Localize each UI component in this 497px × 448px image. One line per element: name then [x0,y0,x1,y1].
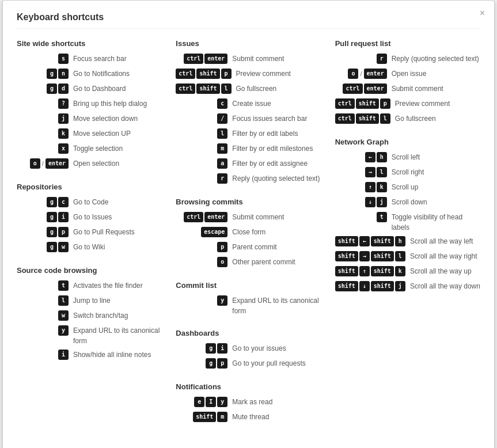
shortcut-keys: p [176,242,227,252]
shortcut-description: Go to Code [73,197,108,207]
keyboard-key: r [377,54,387,64]
keyboard-key: / [217,113,227,124]
shortcut-row: wSwitch branch/tag [17,310,162,322]
keyboard-key: shift [335,236,358,246]
shortcut-row: shift←shifthScroll all the way left [335,236,480,248]
keyboard-key: a [217,158,227,169]
shortcut-description: Go to Notifications [73,69,130,79]
shortcut-keys: l [17,295,69,306]
shortcut-row: o/enterOpen issue [335,69,480,80]
keyboard-key: shift [196,69,219,79]
keyboard-key: p [58,227,69,237]
shortcut-row: tActivates the file finder [17,280,162,292]
keyboard-key: shift [356,113,379,124]
keyboard-key: ctrl [184,54,203,64]
shortcut-description: Reply (quoting selected text) [392,54,479,64]
keyboard-key: ctrl [335,113,355,124]
shortcut-keys: o [176,257,227,267]
shortcut-description: Create issue [232,98,271,109]
keyboard-key: g [47,242,57,252]
keyboard-key: o [348,69,358,79]
shortcut-keys: shift↑shiftk [335,266,405,276]
shortcut-description: Go to Wiki [73,242,105,252]
keyboard-key: shift [196,83,219,94]
keyboard-key: y [217,295,227,306]
shortcut-row: pParent commit [176,242,321,253]
shortcut-keys: t [335,212,387,222]
shortcut-row: ←hScroll left [335,152,480,164]
keyboard-key: p [217,242,227,252]
keyboard-shortcuts-modal: Keyboard shortcuts × Site wide shortcuts… [2,0,495,448]
close-button[interactable]: × [480,9,485,18]
shortcut-row: gcGo to Code [17,197,162,208]
shortcut-row: ctrlenterSubmit comment [335,83,480,95]
shortcut-keys: gn [17,69,69,79]
shortcut-row: ?Bring up this help dialog [17,98,162,110]
shortcut-description: Close form [232,227,265,237]
col-3: Pull request listrReply (quoting selecte… [328,39,480,436]
shortcut-keys: r [335,54,387,64]
shortcut-keys: o/enter [335,69,387,79]
keyboard-key: e [194,397,204,407]
shortcut-row: rReply (quoting selected text) [176,173,321,185]
keyboard-key: g [206,358,216,369]
keyboard-key: shift [335,266,358,276]
shortcut-row: ctrlshiftlGo fullscreen [335,113,480,125]
shortcut-row: gpGo to your pull requests [176,358,321,370]
shortcut-section: NotificationseIyMark as readshiftmMute t… [176,382,321,423]
keyboard-key: ← [365,152,375,162]
keyboard-key: shift [335,251,358,261]
key-separator: / [42,160,44,167]
keyboard-key: k [58,128,69,139]
keyboard-key: i [58,350,69,360]
section-title: Commit list [176,281,321,290]
shortcut-description: Scroll right [392,167,424,177]
shortcut-row: mFilter by or edit milestones [176,143,321,155]
keyboard-key: o [30,158,40,169]
shortcut-description: Move selection down [73,113,138,124]
keyboard-key: t [58,280,69,291]
shortcut-row: ctrlshiftpPreview comment [335,98,480,110]
shortcut-keys: shift→shiftl [335,251,405,261]
keyboard-key: enter [204,212,227,222]
shortcut-description: Preview comment [236,69,291,79]
shortcut-row: yExpand URL to its canonical form [17,325,162,346]
shortcut-keys: i [17,350,69,360]
shortcut-description: Submit comment [232,54,284,64]
keyboard-key: l [377,167,387,177]
shortcut-section: Site wide shortcutssFocus search bargnGo… [17,39,162,170]
keyboard-key: ctrl [184,212,203,222]
shortcut-section: RepositoriesgcGo to CodegiGo to Issuesgp… [17,183,162,253]
shortcut-row: oOther parent commit [176,257,321,268]
shortcut-row: rReply (quoting selected text) [335,54,480,65]
keyboard-key: h [377,152,387,162]
shortcut-keys: shift↓shiftj [335,281,405,291]
shortcut-row: kMove selection UP [17,128,162,140]
keyboard-key: ctrl [335,98,355,109]
keyboard-key: c [217,98,227,109]
keyboard-key: g [47,227,57,237]
shortcut-description: Go to Dashboard [73,83,126,94]
shortcut-row: sFocus search bar [17,54,162,65]
shortcut-row: →lScroll right [335,167,480,179]
shortcut-keys: gc [17,197,69,207]
keyboard-key: l [217,128,227,139]
shortcut-section: Source code browsingtActivates the file … [17,266,162,361]
shortcut-keys: gi [176,343,227,354]
keyboard-key: r [217,173,227,184]
shortcut-row: ↓jScroll down [335,197,480,208]
shortcut-row: lFilter by or edit labels [176,128,321,140]
shortcut-description: Scroll all the way right [410,251,477,261]
keyboard-key: g [47,212,57,222]
shortcut-keys: ctrlshiftl [335,113,390,124]
keyboard-key: m [217,412,227,422]
keyboard-key: k [377,182,387,192]
shortcut-row: escapeClose form [176,227,321,238]
shortcut-keys: ctrlenter [335,83,387,94]
shortcut-keys: gi [17,212,69,222]
keyboard-key: enter [204,54,227,64]
keyboard-key: ↑ [359,266,370,276]
shortcut-description: Focus search bar [73,54,127,64]
keyboard-key: g [206,343,216,354]
keyboard-key: → [365,167,375,177]
